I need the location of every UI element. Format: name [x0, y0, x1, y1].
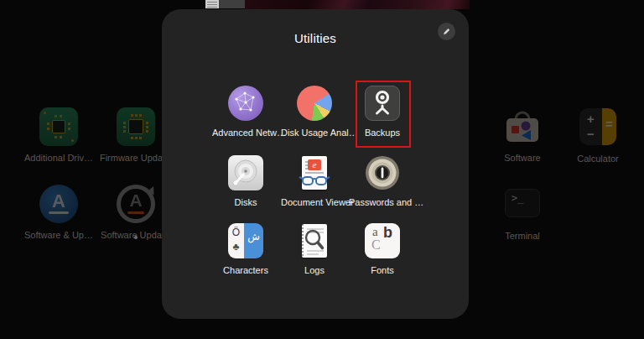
pencil-icon: [442, 27, 451, 36]
software-sources-icon: A: [39, 185, 78, 223]
app-logs[interactable]: Logs: [281, 223, 348, 275]
app-fonts[interactable]: a b C Fonts: [349, 223, 416, 275]
app-document-viewer[interactable]: e Document Viewer: [281, 155, 348, 207]
folder-dialog: Utilities Advanced Netw… Disk Usage Anal…: [162, 9, 469, 319]
app-label: Advanced Netw…: [212, 128, 279, 138]
circuit-board-icon: [39, 107, 78, 146]
app-label: Additional Driv…: [21, 153, 96, 163]
hard-disk-icon: [228, 155, 263, 190]
app-backups[interactable]: Backups: [349, 86, 416, 138]
shopping-bag-icon: [503, 107, 542, 146]
characters-icon: Ö ♣ ش: [228, 223, 263, 258]
glasses-icon: [297, 155, 332, 190]
app-label: Calculator: [560, 154, 636, 164]
edit-folder-button[interactable]: [438, 23, 455, 40]
app-label: Logs: [281, 265, 348, 275]
app-label: Document Viewer: [281, 197, 348, 207]
fonts-letters-icon: a b C: [365, 223, 400, 258]
magnifier-icon: [297, 223, 332, 258]
gnome-app-grid-screen: { "folder": { "title": "Utilities", "app…: [0, 0, 644, 339]
app-passwords-keys[interactable]: Passwords and …: [349, 155, 416, 207]
update-circle-icon: A: [117, 185, 155, 223]
pie-chart-icon: [297, 86, 332, 121]
app-label: Backups: [349, 128, 416, 138]
keyring-icon: [365, 155, 400, 190]
app-label: Software & Up…: [21, 230, 96, 240]
app-label: Terminal: [485, 231, 560, 241]
background-window-thumbnail: [205, 0, 245, 8]
log-magnifier-icon: [297, 223, 332, 258]
app-terminal[interactable]: >_ Terminal: [485, 185, 560, 241]
network-globe-icon: [228, 86, 263, 121]
app-advanced-network[interactable]: Advanced Netw…: [212, 86, 279, 138]
app-label: Passwords and …: [349, 197, 416, 207]
app-label: Disk Usage Anal…: [281, 128, 348, 138]
terminal-icon: >_: [503, 189, 542, 227]
app-additional-drivers[interactable]: Additional Driv…: [21, 107, 96, 163]
app-software[interactable]: Software: [485, 107, 560, 163]
calculator-icon: + − =: [579, 108, 617, 147]
app-software-and-updates[interactable]: A Software & Up…: [21, 185, 96, 240]
backups-icon: [365, 86, 400, 121]
window-content-pane: [205, 0, 219, 8]
app-label: Software: [485, 153, 560, 163]
app-disks[interactable]: Disks: [212, 155, 279, 207]
app-label: Fonts: [349, 265, 416, 275]
document-glasses-icon: e: [297, 155, 332, 190]
circuit-board-icon: [117, 107, 155, 146]
app-calculator[interactable]: + − = Calculator: [560, 107, 636, 164]
app-label: Disks: [212, 197, 279, 207]
app-characters[interactable]: Ö ♣ ش Characters: [212, 223, 279, 275]
notification-dot: [134, 236, 138, 239]
app-disk-usage-analyzer[interactable]: Disk Usage Anal…: [281, 86, 348, 138]
app-label: Characters: [212, 265, 279, 275]
desktop-wallpaper-sliver: [245, 0, 470, 9]
folder-title: Utilities: [162, 31, 469, 45]
